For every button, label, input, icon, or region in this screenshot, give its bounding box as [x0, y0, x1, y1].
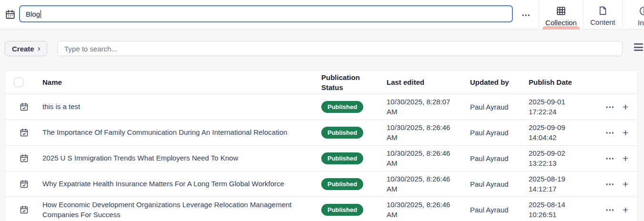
entry-calendar-check-icon	[5, 102, 42, 112]
header-updated-by: Updated by	[465, 77, 524, 87]
row-add-icon[interactable]: +	[623, 179, 628, 189]
view-tabs: Collection Content Info	[539, 0, 644, 30]
row-more-icon[interactable]: ⋯	[605, 102, 615, 111]
tab-collection[interactable]: Collection	[539, 0, 583, 30]
tab-content-label: Content	[590, 19, 615, 26]
last-edited-value: 10/30/2025, 8:26:46 AM	[382, 123, 460, 142]
status-badge: Published	[321, 101, 363, 113]
row-more-icon[interactable]: ⋯	[605, 205, 615, 214]
table-row[interactable]: How Economic Development Organizations L…	[5, 197, 637, 221]
calendar-icon	[5, 9, 16, 22]
list-toolbar: Create ›	[0, 30, 644, 70]
table-body: this is a test Published 10/30/2025, 8:2…	[5, 94, 637, 221]
entry-calendar-check-icon	[5, 205, 42, 215]
updated-by-value: Paul Ayraud	[465, 206, 524, 214]
tab-info-label: Info	[638, 19, 644, 26]
entry-name[interactable]: The Importance Of Family Communication D…	[42, 128, 317, 137]
topbar: Blog ⋯ Collection Content	[0, 0, 644, 30]
create-button[interactable]: Create ›	[5, 41, 47, 56]
create-button-label: Create	[12, 45, 34, 53]
table-row[interactable]: The Importance Of Family Communication D…	[5, 120, 637, 146]
publish-date-value: 2025-08-14 10:26:51	[529, 200, 574, 220]
tab-content[interactable]: Content	[583, 0, 622, 30]
row-add-icon[interactable]: +	[623, 153, 628, 163]
document-icon	[598, 6, 608, 17]
status-badge: Published	[321, 127, 363, 139]
table-row[interactable]: Why Expatriate Health Insurance Matters …	[5, 171, 637, 197]
list-options-icon[interactable]	[634, 43, 643, 51]
updated-by-value: Paul Ayraud	[465, 129, 524, 137]
publish-date-value: 2025-09-02 13:22:13	[529, 149, 574, 168]
row-more-icon[interactable]: ⋯	[605, 154, 615, 163]
collection-title-value: Blog	[26, 10, 40, 18]
title-more-button[interactable]: ⋯	[519, 8, 534, 22]
entry-calendar-check-icon	[5, 153, 42, 163]
entry-calendar-check-icon	[5, 128, 42, 138]
header-publish-date: Publish Date	[524, 77, 599, 87]
table-row[interactable]: 2025 U S Immigration Trends What Employe…	[5, 146, 637, 171]
active-tab-indicator	[542, 26, 580, 30]
updated-by-value: Paul Ayraud	[465, 154, 524, 162]
entry-name[interactable]: 2025 U S Immigration Trends What Employe…	[42, 153, 317, 163]
row-more-icon[interactable]: ⋯	[605, 180, 615, 189]
header-last-edited: Last edited	[382, 77, 465, 87]
last-edited-value: 10/30/2025, 8:26:46 AM	[382, 200, 460, 220]
entry-calendar-check-icon	[5, 179, 42, 189]
row-add-icon[interactable]: +	[623, 128, 628, 138]
chevron-right-icon: ›	[38, 44, 41, 52]
collection-table: Name Publication Status Last edited Upda…	[5, 70, 638, 221]
updated-by-value: Paul Ayraud	[465, 180, 524, 188]
last-edited-value: 10/30/2025, 8:28:07 AM	[382, 97, 460, 117]
row-add-icon[interactable]: +	[623, 102, 628, 112]
select-all-checkbox[interactable]	[14, 78, 23, 87]
entry-name[interactable]: this is a test	[42, 102, 317, 111]
updated-by-value: Paul Ayraud	[465, 103, 524, 111]
status-badge: Published	[321, 178, 363, 190]
collection-grid-icon	[556, 6, 566, 18]
status-badge: Published	[321, 152, 363, 164]
status-badge: Published	[321, 204, 363, 216]
row-add-icon[interactable]: +	[623, 205, 628, 215]
header-name: Name	[42, 77, 317, 87]
entry-name[interactable]: Why Expatriate Health Insurance Matters …	[42, 179, 317, 189]
row-more-icon[interactable]: ⋯	[605, 128, 615, 137]
collection-title-input[interactable]: Blog	[19, 5, 513, 22]
publish-date-value: 2025-09-01 17:22:24	[529, 97, 574, 117]
header-publication-status: Publication Status	[317, 72, 367, 92]
tab-collection-label: Collection	[545, 19, 577, 26]
table-header-row: Name Publication Status Last edited Upda…	[5, 70, 637, 94]
last-edited-value: 10/30/2025, 8:26:46 AM	[382, 174, 460, 194]
text-caret	[41, 10, 41, 18]
entry-name[interactable]: How Economic Development Organizations L…	[42, 200, 317, 220]
publish-date-value: 2025-08-19 14:12:17	[529, 174, 574, 194]
last-edited-value: 10/30/2025, 8:26:46 AM	[382, 149, 460, 168]
table-row[interactable]: this is a test Published 10/30/2025, 8:2…	[5, 94, 637, 120]
info-icon	[639, 6, 644, 18]
search-input[interactable]	[57, 41, 623, 56]
publish-date-value: 2025-09-09 14:04:42	[529, 123, 574, 142]
tab-info[interactable]: Info	[622, 0, 644, 30]
